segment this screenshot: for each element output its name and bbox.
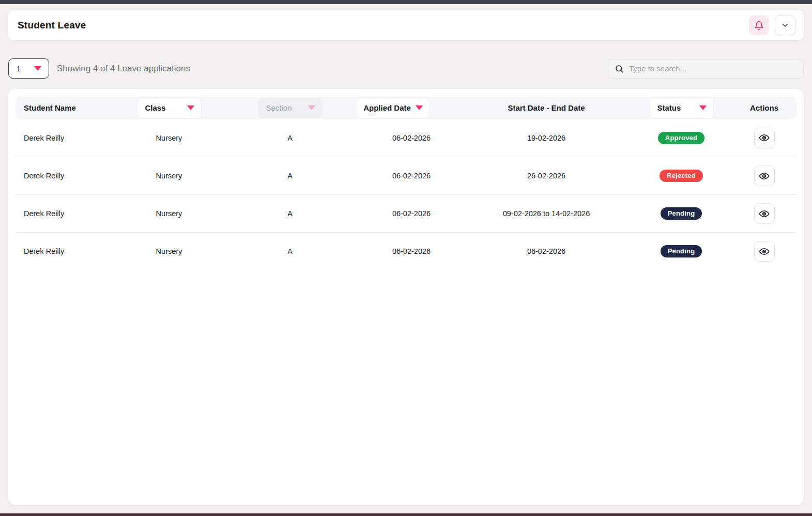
column-header-actions: Actions: [732, 103, 796, 112]
cell-text-class: Nursery: [156, 134, 182, 142]
cell-student_name: Derek Reilly: [16, 134, 119, 142]
table-row: Derek ReillyNurseryA06-02-202626-02-2026…: [16, 157, 796, 194]
cell-text-student_name: Derek Reilly: [24, 134, 64, 142]
search-input[interactable]: [629, 64, 797, 73]
cell-section: A: [219, 247, 361, 255]
view-leave-button[interactable]: [754, 241, 775, 262]
cell-text-date_range: 26-02-2026: [527, 172, 565, 180]
column-header-applied_date: Applied Date: [361, 98, 462, 118]
cell-text-student_name: Derek Reilly: [24, 209, 64, 218]
page-size-select[interactable]: 1: [8, 58, 49, 79]
table-header-row: Student NameClassSectionApplied DateStar…: [16, 97, 796, 119]
eye-icon: [759, 208, 770, 219]
column-header-status: Status: [631, 98, 732, 118]
cell-text-class: Nursery: [156, 209, 182, 218]
view-leave-button[interactable]: [754, 128, 775, 148]
cell-applied_date: 06-02-2026: [361, 209, 462, 218]
cell-text-section: A: [287, 247, 293, 255]
cell-student_name: Derek Reilly: [16, 172, 119, 180]
cell-applied_date: 06-02-2026: [361, 172, 462, 180]
cell-text-date_range: 09-02-2026 to 14-02-2026: [503, 209, 590, 218]
cell-text-student_name: Derek Reilly: [24, 172, 64, 180]
cell-actions: [732, 203, 796, 224]
cell-text-applied_date: 06-02-2026: [392, 172, 431, 180]
bell-icon: [754, 21, 764, 31]
filter-section-label: Section: [266, 103, 292, 112]
cell-class: Nursery: [119, 209, 219, 218]
cell-applied_date: 06-02-2026: [361, 134, 462, 142]
table-row: Derek ReillyNurseryA06-02-202619-02-2026…: [16, 119, 796, 157]
cell-text-class: Nursery: [156, 172, 182, 180]
column-header-section: Section: [219, 98, 361, 118]
cell-section: A: [219, 172, 361, 180]
page-size-value: 1: [17, 65, 21, 73]
cell-applied_date: 06-02-2026: [361, 247, 462, 255]
search-box[interactable]: [608, 59, 804, 79]
cell-section: A: [219, 134, 361, 142]
eye-icon: [759, 132, 770, 143]
page-title: Student Leave: [18, 20, 86, 31]
cell-text-section: A: [287, 172, 293, 180]
dropdown-arrow-icon: [416, 105, 423, 110]
column-header-student_name: Student Name: [16, 103, 119, 112]
cell-date_range: 06-02-2026: [462, 247, 631, 255]
eye-icon: [759, 246, 770, 257]
dropdown-arrow-icon: [187, 105, 194, 110]
cell-actions: [732, 165, 796, 186]
filter-applied_date-dropdown[interactable]: Applied Date: [356, 98, 430, 118]
cell-status: Pending: [631, 245, 732, 257]
cell-date_range: 26-02-2026: [462, 172, 631, 180]
cell-text-student_name: Derek Reilly: [24, 247, 64, 255]
search-icon: [615, 64, 624, 73]
cell-text-section: A: [287, 134, 293, 142]
filter-section-dropdown: Section: [258, 98, 323, 118]
leave-table-card: Student NameClassSectionApplied DateStar…: [8, 89, 804, 505]
student-leave-page: Student Leave: [0, 4, 812, 505]
status-badge: Pending: [661, 245, 702, 257]
cell-text-applied_date: 06-02-2026: [392, 134, 431, 142]
bottom-window-bar: [0, 513, 812, 516]
cell-text-applied_date: 06-02-2026: [392, 247, 431, 255]
filter-status-label: Status: [657, 103, 681, 112]
table-row: Derek ReillyNurseryA06-02-202606-02-2026…: [16, 232, 796, 270]
eye-icon: [759, 171, 770, 181]
table-row: Derek ReillyNurseryA06-02-202609-02-2026…: [16, 194, 796, 232]
cell-text-section: A: [287, 209, 293, 218]
cell-section: A: [219, 209, 361, 218]
filter-class-dropdown[interactable]: Class: [137, 98, 202, 118]
notifications-button[interactable]: [749, 16, 769, 35]
cell-actions: [732, 241, 796, 262]
status-badge: Rejected: [660, 170, 703, 182]
column-label-student_name: Student Name: [24, 103, 76, 112]
column-label-date_range: Start Date - End Date: [508, 103, 585, 112]
results-summary: Showing 4 of 4 Leave applications: [57, 64, 190, 74]
top-window-bar: [0, 0, 812, 4]
dropdown-arrow-icon: [699, 105, 707, 110]
cell-text-class: Nursery: [156, 247, 182, 255]
cell-student_name: Derek Reilly: [16, 247, 119, 255]
cell-status: Approved: [631, 132, 732, 144]
cell-status: Pending: [631, 207, 732, 220]
toolbar: 1 Showing 4 of 4 Leave applications: [8, 58, 804, 79]
cell-text-date_range: 06-02-2026: [527, 247, 565, 255]
cell-actions: [732, 128, 796, 148]
column-label-actions: Actions: [750, 103, 778, 112]
chevron-down-icon: [781, 21, 789, 29]
cell-date_range: 19-02-2026: [462, 134, 631, 142]
cell-date_range: 09-02-2026 to 14-02-2026: [462, 209, 631, 218]
view-leave-button[interactable]: [754, 165, 775, 186]
cell-status: Rejected: [631, 170, 732, 182]
header-actions: [749, 16, 795, 35]
cell-class: Nursery: [119, 134, 219, 142]
cell-class: Nursery: [119, 247, 219, 255]
dropdown-arrow-icon: [308, 105, 315, 110]
table-body: Derek ReillyNurseryA06-02-202619-02-2026…: [16, 119, 796, 270]
collapse-header-button[interactable]: [775, 16, 795, 35]
view-leave-button[interactable]: [754, 203, 775, 224]
status-badge: Pending: [661, 207, 702, 220]
filter-class-label: Class: [145, 103, 166, 112]
dropdown-arrow-icon: [34, 66, 41, 71]
cell-class: Nursery: [119, 172, 219, 180]
page-header: Student Leave: [8, 10, 804, 40]
filter-status-dropdown[interactable]: Status: [649, 98, 714, 118]
